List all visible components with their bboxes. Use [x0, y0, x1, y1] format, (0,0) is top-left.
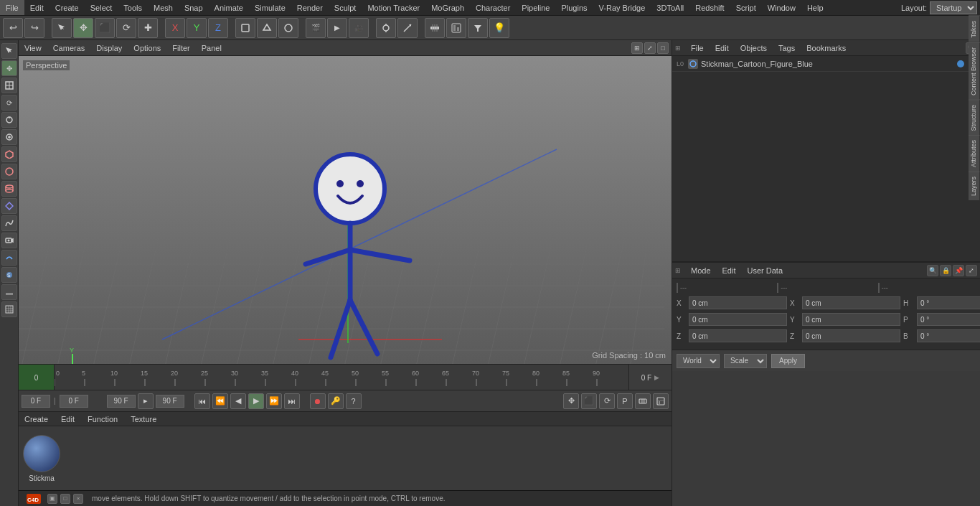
- sidebar-select[interactable]: [1, 43, 17, 59]
- y-pos-input[interactable]: [689, 313, 787, 326]
- select-tool[interactable]: [52, 18, 72, 38]
- material-item[interactable]: Stickma: [23, 435, 60, 482]
- edge-mode[interactable]: [257, 18, 277, 38]
- sidebar-floor[interactable]: [1, 284, 17, 300]
- frame-end-input[interactable]: [156, 395, 184, 408]
- scale-dropdown[interactable]: Scale: [724, 354, 767, 368]
- attr-lock-icon[interactable]: 🔒: [940, 265, 951, 276]
- menu-tools[interactable]: Tools: [118, 0, 148, 15]
- menu-snap[interactable]: Snap: [179, 0, 209, 15]
- viewport[interactable]: View Cameras Display Options Filter Pane…: [19, 40, 672, 364]
- frame-current-input[interactable]: [60, 395, 88, 408]
- z-rot-input[interactable]: [802, 329, 900, 342]
- display-btn[interactable]: [446, 18, 466, 38]
- y-rot-input[interactable]: [802, 313, 900, 326]
- x-pos-input[interactable]: [689, 296, 787, 309]
- vp-menu-view[interactable]: View: [22, 42, 44, 54]
- frame-end-arrow[interactable]: ▸: [138, 393, 154, 409]
- timeline-ruler[interactable]: 0 5 10 15 20 25 30: [55, 365, 628, 390]
- render-view[interactable]: ▶: [327, 18, 347, 38]
- menu-script[interactable]: Script: [730, 0, 762, 15]
- status-btn2[interactable]: □: [60, 494, 70, 504]
- move-pb-btn[interactable]: ✥: [563, 393, 579, 409]
- menu-window[interactable]: Window: [762, 0, 801, 15]
- scale-tool[interactable]: ⬛: [95, 18, 115, 38]
- obj-menu-bookmarks[interactable]: Bookmarks: [804, 42, 849, 54]
- sidebar-obj-cylinder[interactable]: [1, 181, 17, 197]
- y-axis[interactable]: Y: [187, 18, 207, 38]
- vtab-layers[interactable]: Layers: [969, 172, 980, 200]
- menu-mesh[interactable]: Mesh: [148, 0, 179, 15]
- sidebar-scale[interactable]: [1, 78, 17, 93]
- x-axis[interactable]: X: [165, 18, 185, 38]
- menu-select[interactable]: Select: [85, 0, 118, 15]
- sidebar-tool5[interactable]: [1, 112, 17, 128]
- rotate-pb-btn[interactable]: ⟳: [599, 393, 615, 409]
- palette-btn1[interactable]: [425, 18, 445, 38]
- rotate-tool[interactable]: ⟳: [116, 18, 136, 38]
- sidebar-deform[interactable]: [1, 250, 17, 266]
- timeline-btn[interactable]: [653, 393, 669, 409]
- sidebar-obj-cube[interactable]: [1, 146, 17, 162]
- record-btn[interactable]: ⏺: [310, 393, 326, 409]
- vp-menu-panel[interactable]: Panel: [199, 42, 225, 54]
- obj-menu-objects[interactable]: Objects: [738, 42, 770, 54]
- vp-icon-2[interactable]: ⤢: [644, 42, 656, 54]
- attr-menu-userdata[interactable]: User Data: [745, 265, 786, 276]
- vtab-structure[interactable]: Structure: [969, 100, 980, 136]
- pose-btn[interactable]: P: [617, 393, 633, 409]
- filter-btn[interactable]: [468, 18, 488, 38]
- obj-menu-file[interactable]: File: [688, 42, 707, 54]
- menu-animate[interactable]: Animate: [209, 0, 249, 15]
- sidebar-tool-pen[interactable]: [1, 198, 17, 214]
- vp-icon-1[interactable]: ⊞: [631, 42, 643, 54]
- menu-3dtoall[interactable]: 3DToAll: [651, 0, 689, 15]
- b-input[interactable]: [917, 329, 980, 342]
- sidebar-tool6[interactable]: [1, 129, 17, 145]
- menu-file[interactable]: File: [0, 0, 24, 15]
- vp-menu-display[interactable]: Display: [93, 42, 125, 54]
- apply-button[interactable]: Apply: [771, 354, 805, 368]
- render-settings[interactable]: 🎥: [349, 18, 369, 38]
- x-rot-input[interactable]: [802, 296, 900, 309]
- prev-frame-btn[interactable]: ⏪: [212, 393, 228, 409]
- status-btn1[interactable]: ▣: [47, 494, 57, 504]
- attr-pin-icon[interactable]: 📌: [953, 265, 964, 276]
- obj-item-stickman[interactable]: L0 Stickman_Cartoon_Figure_Blue: [672, 56, 980, 72]
- z-pos-input[interactable]: [689, 329, 787, 342]
- redo-button[interactable]: ↪: [24, 18, 44, 38]
- viewport-canvas[interactable]: X Y Z Perspective Grid Spacing : 10 cm: [19, 56, 672, 364]
- add-tool[interactable]: ✚: [138, 18, 158, 38]
- obj-menu-tags[interactable]: Tags: [776, 42, 798, 54]
- vtab-content-browser[interactable]: Content Browser: [969, 42, 980, 100]
- mat-texture[interactable]: Texture: [128, 413, 159, 425]
- goto-start-btn[interactable]: ⏮: [194, 393, 210, 409]
- menu-help[interactable]: Help: [801, 0, 829, 15]
- vp-menu-filter[interactable]: Filter: [169, 42, 192, 54]
- p-input[interactable]: [917, 313, 980, 326]
- status-btn3[interactable]: ×: [73, 494, 83, 504]
- play-btn[interactable]: ▶: [248, 393, 264, 409]
- h-input[interactable]: [917, 296, 980, 309]
- key-btn[interactable]: ?: [346, 393, 362, 409]
- attr-menu-edit[interactable]: Edit: [720, 265, 739, 276]
- sidebar-grid[interactable]: [1, 301, 17, 317]
- axis-tool[interactable]: [397, 18, 418, 38]
- attr-expand-icon[interactable]: ⤢: [966, 265, 977, 276]
- menu-edit[interactable]: Edit: [24, 0, 50, 15]
- menu-sculpt[interactable]: Sculpt: [329, 0, 362, 15]
- goto-end-btn[interactable]: ⏭: [284, 393, 300, 409]
- menu-mograph[interactable]: MoGraph: [425, 0, 470, 15]
- snap-toggle[interactable]: [376, 18, 396, 38]
- attr-search-icon[interactable]: 🔍: [927, 265, 938, 276]
- scale-pb-btn[interactable]: ⬛: [581, 393, 597, 409]
- sidebar-obj-sphere[interactable]: [1, 164, 17, 179]
- vtab-attributes[interactable]: Attributes: [969, 135, 980, 172]
- sidebar-tool-spline[interactable]: [1, 215, 17, 231]
- menu-plugins[interactable]: Plugins: [555, 0, 593, 15]
- light-btn[interactable]: 💡: [489, 18, 509, 38]
- menu-vray[interactable]: V-Ray Bridge: [593, 0, 651, 15]
- attr-menu-mode[interactable]: Mode: [688, 265, 714, 276]
- poly-mode[interactable]: [278, 18, 298, 38]
- timeline[interactable]: 0 0 5 10: [19, 364, 672, 390]
